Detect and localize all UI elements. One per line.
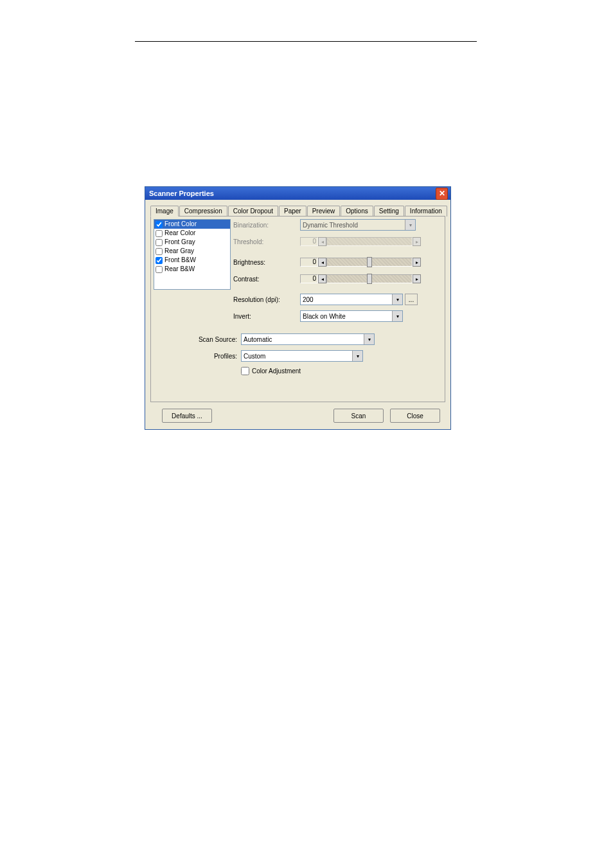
contrast-value: 0 bbox=[300, 274, 318, 283]
label-invert: Invert: bbox=[233, 313, 300, 320]
tab-setting[interactable]: Setting bbox=[374, 206, 404, 217]
resolution-input[interactable] bbox=[301, 294, 392, 305]
page-header-rule bbox=[135, 41, 477, 42]
tab-paper[interactable]: Paper bbox=[279, 206, 306, 217]
tab-compression[interactable]: Compression bbox=[179, 206, 227, 217]
list-label: Rear Color bbox=[164, 229, 195, 238]
scanner-properties-dialog: Scanner Properties ✕ Image Compression C… bbox=[145, 186, 451, 430]
image-selection-list[interactable]: Front Color Rear Color Front Gray Rear G… bbox=[154, 219, 231, 290]
row-threshold: Threshold: 0 ◂ ▸ bbox=[233, 236, 442, 247]
checkbox-front-bw[interactable] bbox=[155, 257, 163, 264]
arrow-left-icon[interactable]: ◂ bbox=[318, 258, 326, 267]
chevron-down-icon[interactable]: ▾ bbox=[352, 351, 362, 361]
row-scan-source: Scan Source: ▾ bbox=[151, 333, 445, 345]
chevron-down-icon[interactable]: ▾ bbox=[392, 311, 402, 321]
brightness-slider[interactable]: 0 ◂ ▸ bbox=[300, 256, 421, 268]
arrow-left-icon: ◂ bbox=[318, 237, 326, 246]
label-scan-source: Scan Source: bbox=[151, 336, 241, 343]
profiles-dropdown[interactable]: ▾ bbox=[241, 350, 363, 362]
list-label: Front Color bbox=[164, 220, 197, 229]
row-profiles: Profiles: ▾ bbox=[151, 350, 445, 362]
binarization-value bbox=[301, 220, 405, 230]
contrast-thumb[interactable] bbox=[367, 274, 372, 284]
list-label: Rear Gray bbox=[164, 247, 194, 256]
tab-color-dropout[interactable]: Color Dropout bbox=[228, 206, 278, 217]
checkbox-front-gray[interactable] bbox=[155, 239, 163, 246]
list-item-front-bw[interactable]: Front B&W bbox=[154, 256, 230, 265]
contrast-track[interactable] bbox=[326, 274, 413, 283]
list-label: Rear B&W bbox=[164, 265, 195, 274]
arrow-right-icon[interactable]: ▸ bbox=[413, 274, 421, 283]
brightness-track[interactable] bbox=[326, 258, 413, 267]
row-color-adjustment: Color Adjustment bbox=[151, 367, 445, 375]
close-button[interactable]: Close bbox=[390, 409, 440, 423]
threshold-track bbox=[326, 237, 413, 246]
list-item-front-color[interactable]: Front Color bbox=[154, 220, 230, 229]
list-item-rear-gray[interactable]: Rear Gray bbox=[154, 247, 230, 256]
label-profiles: Profiles: bbox=[151, 353, 241, 360]
threshold-value: 0 bbox=[300, 237, 318, 246]
arrow-right-icon[interactable]: ▸ bbox=[413, 258, 421, 267]
arrow-right-icon: ▸ bbox=[413, 237, 421, 246]
dialog-title: Scanner Properties bbox=[149, 190, 214, 197]
dialog-footer: Defaults ... Scan Close bbox=[150, 402, 445, 423]
label-color-adjustment: Color Adjustment bbox=[252, 368, 301, 375]
scan-button[interactable]: Scan bbox=[333, 409, 384, 423]
title-bar[interactable]: Scanner Properties ✕ bbox=[145, 187, 450, 200]
chevron-down-icon: ▾ bbox=[405, 220, 415, 230]
invert-value[interactable] bbox=[301, 311, 392, 321]
label-brightness: Brightness: bbox=[233, 259, 300, 266]
brightness-value: 0 bbox=[300, 258, 318, 267]
threshold-slider: 0 ◂ ▸ bbox=[300, 236, 421, 247]
row-invert: Invert: ▾ bbox=[233, 310, 442, 322]
resolution-more-button[interactable]: ... bbox=[405, 294, 418, 305]
tab-preview[interactable]: Preview bbox=[307, 206, 341, 217]
list-item-front-gray[interactable]: Front Gray bbox=[154, 238, 230, 247]
tab-page-image: Front Color Rear Color Front Gray Rear G… bbox=[150, 216, 445, 402]
row-brightness: Brightness: 0 ◂ ▸ bbox=[233, 256, 442, 268]
label-resolution: Resolution (dpi): bbox=[233, 296, 300, 303]
list-item-rear-bw[interactable]: Rear B&W bbox=[154, 265, 230, 274]
resolution-combo[interactable]: ▾ bbox=[300, 294, 403, 305]
checkbox-rear-bw[interactable] bbox=[155, 266, 163, 273]
chevron-down-icon[interactable]: ▾ bbox=[364, 334, 374, 344]
label-contrast: Contrast: bbox=[233, 276, 300, 283]
brightness-thumb[interactable] bbox=[367, 257, 372, 267]
checkbox-rear-gray[interactable] bbox=[155, 248, 163, 255]
row-contrast: Contrast: 0 ◂ ▸ bbox=[233, 273, 442, 285]
profiles-value[interactable] bbox=[242, 351, 352, 361]
defaults-button[interactable]: Defaults ... bbox=[162, 409, 212, 423]
chevron-down-icon[interactable]: ▾ bbox=[392, 294, 402, 305]
list-label: Front B&W bbox=[164, 256, 196, 265]
label-binarization: Binarization: bbox=[233, 222, 300, 229]
close-icon[interactable]: ✕ bbox=[436, 188, 448, 200]
checkbox-color-adjustment[interactable] bbox=[241, 367, 249, 375]
row-binarization: Binarization: ▾ bbox=[233, 219, 442, 231]
row-resolution: Resolution (dpi): ▾ ... bbox=[233, 294, 442, 305]
contrast-slider[interactable]: 0 ◂ ▸ bbox=[300, 273, 421, 285]
list-label: Front Gray bbox=[164, 238, 195, 247]
scan-source-dropdown[interactable]: ▾ bbox=[241, 333, 375, 345]
tab-image[interactable]: Image bbox=[150, 206, 179, 217]
tab-strip: Image Compression Color Dropout Paper Pr… bbox=[150, 206, 445, 217]
invert-dropdown[interactable]: ▾ bbox=[300, 310, 403, 322]
binarization-dropdown: ▾ bbox=[300, 219, 416, 231]
checkbox-front-color[interactable] bbox=[155, 221, 163, 228]
label-threshold: Threshold: bbox=[233, 238, 300, 245]
checkbox-rear-color[interactable] bbox=[155, 230, 163, 237]
arrow-left-icon[interactable]: ◂ bbox=[318, 274, 326, 283]
scan-source-value[interactable] bbox=[242, 334, 364, 344]
list-item-rear-color[interactable]: Rear Color bbox=[154, 229, 230, 238]
tab-information[interactable]: Information bbox=[405, 206, 447, 217]
tab-options[interactable]: Options bbox=[341, 206, 373, 217]
